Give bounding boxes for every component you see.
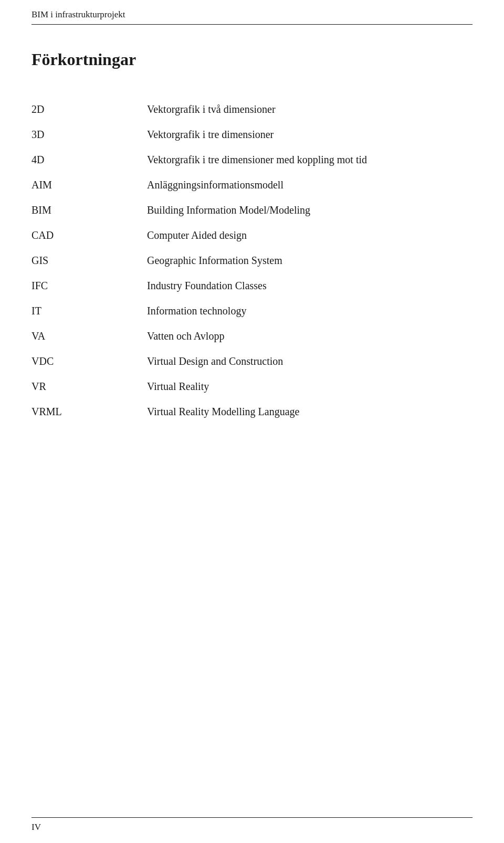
abbreviation-term: CAD: [32, 223, 147, 248]
table-row: CADComputer Aided design: [32, 223, 472, 248]
abbreviation-term: VDC: [32, 349, 147, 374]
footer-divider: [32, 817, 472, 818]
page-heading: Förkortningar: [32, 50, 472, 69]
page-header: BIM i infrastrukturprojekt: [0, 0, 504, 25]
abbreviation-definition: Information technology: [147, 298, 472, 323]
table-row: 2DVektorgrafik i två dimensioner: [32, 97, 472, 122]
abbreviation-definition: Geographic Information System: [147, 248, 472, 273]
page-footer: IV: [32, 817, 472, 833]
header-divider: [32, 24, 472, 25]
abbreviation-definition: Virtual Reality: [147, 374, 472, 399]
abbreviation-term: VR: [32, 374, 147, 399]
abbreviation-term: BIM: [32, 197, 147, 223]
abbreviation-definition: Industry Foundation Classes: [147, 273, 472, 298]
abbreviation-term: VRML: [32, 399, 147, 424]
table-row: 3DVektorgrafik i tre dimensioner: [32, 122, 472, 147]
table-row: VAVatten och Avlopp: [32, 323, 472, 349]
table-row: 4DVektorgrafik i tre dimensioner med kop…: [32, 147, 472, 172]
abbreviation-term: 4D: [32, 147, 147, 172]
header-title: BIM i infrastrukturprojekt: [32, 9, 472, 24]
abbreviations-table: 2DVektorgrafik i två dimensioner3DVektor…: [32, 97, 472, 424]
table-row: VDCVirtual Design and Construction: [32, 349, 472, 374]
table-row: BIMBuilding Information Model/Modeling: [32, 197, 472, 223]
table-row: VRVirtual Reality: [32, 374, 472, 399]
abbreviation-term: VA: [32, 323, 147, 349]
abbreviation-definition: Vektorgrafik i tre dimensioner: [147, 122, 472, 147]
table-row: ITInformation technology: [32, 298, 472, 323]
table-row: GISGeographic Information System: [32, 248, 472, 273]
abbreviation-definition: Anläggningsinformationsmodell: [147, 172, 472, 197]
abbreviation-term: IT: [32, 298, 147, 323]
abbreviation-definition: Virtual Reality Modelling Language: [147, 399, 472, 424]
abbreviation-definition: Vektorgrafik i två dimensioner: [147, 97, 472, 122]
abbreviation-term: 2D: [32, 97, 147, 122]
footer-page-number: IV: [32, 822, 472, 833]
abbreviation-definition: Vatten och Avlopp: [147, 323, 472, 349]
main-content: Förkortningar 2DVektorgrafik i två dimen…: [0, 25, 504, 456]
abbreviation-term: AIM: [32, 172, 147, 197]
table-row: IFCIndustry Foundation Classes: [32, 273, 472, 298]
abbreviation-term: IFC: [32, 273, 147, 298]
abbreviation-term: 3D: [32, 122, 147, 147]
abbreviation-definition: Virtual Design and Construction: [147, 349, 472, 374]
table-row: AIMAnläggningsinformationsmodell: [32, 172, 472, 197]
table-row: VRMLVirtual Reality Modelling Language: [32, 399, 472, 424]
abbreviation-definition: Computer Aided design: [147, 223, 472, 248]
abbreviation-definition: Vektorgrafik i tre dimensioner med koppl…: [147, 147, 472, 172]
abbreviation-definition: Building Information Model/Modeling: [147, 197, 472, 223]
abbreviation-term: GIS: [32, 248, 147, 273]
